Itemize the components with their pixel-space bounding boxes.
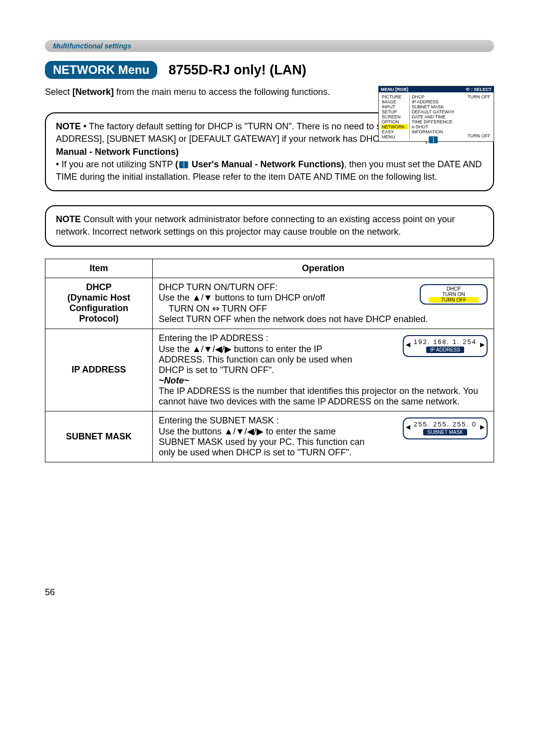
operation-cell-subnet: ◀ ▶ 255. 255. 255. 0 SUBNET MASK Enterin… <box>153 411 494 462</box>
table-row: DHCP (Dynamic Host Configuration Protoco… <box>45 278 494 329</box>
right-arrow-icon: ▶ <box>480 341 485 348</box>
osd-header-left: MENU [RGB] <box>381 87 466 92</box>
osd-mid-item: e-SHOT <box>412 124 466 129</box>
osd-mid-item: DEFAULT GATEWAY <box>412 109 466 114</box>
osd-mid-item: TIME DIFFERENCE <box>412 119 466 124</box>
item-cell-ip: IP ADDRESS <box>45 329 153 411</box>
note1-line2a: • If you are not utilizing SNTP <box>56 159 175 169</box>
settings-table: Item Operation DHCP (Dynamic Host Config… <box>45 259 494 462</box>
op-line: The IP ADDRESS is the number that identi… <box>159 386 488 407</box>
section-header-text: Multifunctional settings <box>53 42 131 50</box>
note2-body: Consult with your network administrator … <box>56 214 455 237</box>
left-arrow-icon: ◀ <box>406 423 410 430</box>
osd-left-column: PICTURE IMAGE INPUT SETUP SCREEN OPTION … <box>381 94 410 139</box>
osd-ip-value: 192. 168. 1. 254 <box>408 338 483 346</box>
osd-subnet-value: 255. 255. 255. 0 <box>408 420 483 428</box>
osd-mid-item: INFORMATION <box>412 129 466 134</box>
osd-right-column: TURN OFF TURN OFF <box>466 94 492 139</box>
book-icon <box>429 136 438 143</box>
osd-mid-item: SUBNET MASK <box>412 104 466 109</box>
osd-dhcp-title: DHCP <box>429 286 479 292</box>
op-line: TURN ON ⇔ TURN OFF <box>159 303 488 314</box>
osd-left-item: INPUT <box>381 104 408 109</box>
osd-subnet-box: ◀ ▶ 255. 255. 255. 0 SUBNET MASK <box>403 417 488 439</box>
item-subtitle: (Dynamic Host Configuration Protocol) <box>51 293 146 324</box>
note-box-2: NOTE Consult with your network administr… <box>45 205 494 246</box>
operation-cell-dhcp: DHCP TURN ON TURN OFF DHCP TURN ON/TURN … <box>153 278 494 329</box>
op-line: Select TURN OFF when the network does no… <box>159 314 488 325</box>
intro-post: from the main menu to access the followi… <box>114 87 330 97</box>
osd-left-item: IMAGE <box>381 99 408 104</box>
osd-dhcp-box: DHCP TURN ON TURN OFF <box>420 284 488 305</box>
osd-right-value: TURN OFF <box>468 94 492 99</box>
osd-dhcp-opt1: TURN ON <box>429 292 479 297</box>
title-suffix: 8755D-RJ only! (LAN) <box>169 62 306 78</box>
osd-mid-column: DHCP IP ADDRESS SUBNET MASK DEFAULT GATE… <box>410 94 466 139</box>
table-row: IP ADDRESS ◀ ▶ 192. 168. 1. 254 IP ADDRE… <box>45 329 494 411</box>
table-row: SUBNET MASK ◀ ▶ 255. 255. 255. 0 SUBNET … <box>45 411 494 462</box>
item-cell-subnet: SUBNET MASK <box>45 411 153 462</box>
osd-ip-box: ◀ ▶ 192. 168. 1. 254 IP ADDRESS <box>403 335 488 357</box>
osd-ip-label: IP ADDRESS <box>426 347 464 353</box>
menu-title-pill: NETWORK Menu <box>45 61 157 79</box>
note1-link2: User's Manual - Network Functions) <box>189 159 344 169</box>
op-line: Use the ▲/▼/◀/▶ buttons to enter the IP … <box>159 344 368 376</box>
op-line: Use the buttons ▲/▼/◀/▶ to enter the sam… <box>159 426 373 458</box>
note-label: NOTE <box>56 214 81 224</box>
osd-left-item: OPTION <box>381 119 408 124</box>
osd-mid-item: DATE AND TIME <box>412 114 466 119</box>
osd-left-item: EASY MENU <box>381 129 408 139</box>
operation-cell-ip: ◀ ▶ 192. 168. 1. 254 IP ADDRESS Entering… <box>153 329 494 411</box>
table-header-item: Item <box>45 259 153 278</box>
right-arrow-icon: ▶ <box>480 423 485 430</box>
osd-menu-screenshot: MENU [RGB] ⟲ : SELECT PICTURE IMAGE INPU… <box>378 86 494 142</box>
osd-header-right: ⟲ : SELECT <box>466 87 492 92</box>
page-number: 56 <box>45 587 494 598</box>
osd-subnet-label: SUBNET MASK <box>423 429 467 435</box>
title-row: NETWORK Menu 8755D-RJ only! (LAN) <box>45 61 494 79</box>
osd-dhcp-opt2: TURN OFF <box>429 297 479 303</box>
intro-pre: Select <box>45 87 72 97</box>
left-arrow-icon: ◀ <box>406 341 410 348</box>
osd-mid-item: DHCP <box>412 94 466 99</box>
osd-mid-item: IP ADDRESS <box>412 99 466 104</box>
osd-left-item: SETUP <box>381 109 408 114</box>
osd-left-item: SCREEN <box>381 114 408 119</box>
item-cell-dhcp: DHCP (Dynamic Host Configuration Protoco… <box>45 278 153 329</box>
intro-bold: [Network] <box>72 87 114 97</box>
item-title: DHCP <box>51 282 146 293</box>
osd-right-highlight: TURN OFF <box>468 133 492 138</box>
note-label: NOTE <box>56 121 81 131</box>
section-header-bar: Multifunctional settings <box>45 40 494 52</box>
table-header-operation: Operation <box>153 259 494 278</box>
osd-left-item-highlight: NETWORK <box>381 124 408 129</box>
book-icon <box>179 161 188 168</box>
note-tag: ~Note~ <box>159 376 488 386</box>
osd-left-item: PICTURE <box>381 94 408 99</box>
